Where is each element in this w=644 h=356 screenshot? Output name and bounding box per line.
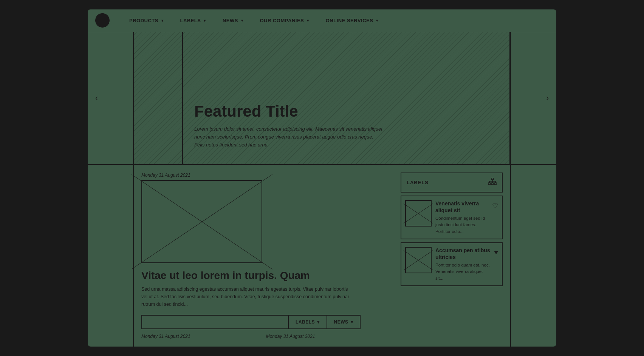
hero-content: Featured Title Lorem ipsum dolor sit ame… (194, 103, 498, 149)
article-title: Vitae ut leo lorem in turpis. Quam (141, 269, 393, 282)
article-image (141, 180, 262, 263)
nav-label-online-services: ONLINE SERVICES (326, 18, 373, 23)
nav-item-products[interactable]: PRODUCTS ▾ (121, 11, 172, 30)
hero-title: Featured Title (194, 103, 498, 120)
chevron-down-icon: ▾ (241, 18, 243, 23)
hero-inner: Featured Title Lorem ipsum dolor sit ame… (133, 32, 511, 164)
article-date-top: Monday 31 August 2021 (141, 173, 393, 178)
heart-button-1[interactable]: ♡ (492, 202, 498, 210)
nav-item-news[interactable]: NEWS ▾ (214, 11, 252, 30)
sidebar-title: LABELS (407, 180, 429, 185)
date-bottom-1: Monday 31 August 2021 (141, 334, 190, 339)
svg-rect-3 (494, 183, 497, 185)
chevron-down-icon: ▾ (161, 18, 164, 23)
sidebar-card-title-1: Venenatis viverra aliquet sit (435, 200, 488, 214)
sidebar-thumb-2 (405, 247, 432, 273)
nav-item-online-services[interactable]: ONLINE SERVICES ▾ (317, 11, 387, 30)
sidebar-card-body-2: Porttitor odio quam est, nec. Venenatis … (435, 262, 490, 282)
news-tag-label: NEWS (334, 319, 348, 325)
hero-hatched-left (134, 32, 183, 164)
dates-row: Monday 31 August 2021 Monday 31 August 2… (141, 334, 393, 339)
chevron-down-icon: ▾ (204, 18, 206, 23)
news-tag-button[interactable]: NEWS ▾ (327, 316, 360, 328)
sidebar-right: LABELS (401, 173, 503, 339)
article-body: Sed urna massa adipiscing egestas accums… (141, 285, 353, 308)
hierarchy-icon (488, 178, 497, 187)
sidebar-card-content-2: Accumsan pen atibus ultricies Porttitor … (435, 247, 490, 282)
chevron-down-icon: ▾ (376, 18, 378, 23)
nav-label-news: NEWS (223, 18, 238, 23)
hero-description: Lorem ipsum dolor sit amet, consectetur … (194, 125, 383, 149)
slider-next-button[interactable]: › (542, 89, 553, 107)
nav-label-products: PRODUCTS (129, 18, 158, 23)
navbar: PRODUCTS ▾ LABELS ▾ NEWS ▾ OUR COMPANIES… (88, 9, 556, 32)
nav-item-labels[interactable]: LABELS ▾ (172, 11, 214, 30)
article-tags: LABELS ▾ NEWS ▾ (141, 315, 361, 329)
chevron-down-icon: ▾ (307, 18, 309, 23)
chevron-down-icon: ▾ (351, 319, 353, 325)
sidebar-card-title-2: Accumsan pen atibus ultricies (435, 247, 490, 260)
chevron-down-icon: ▾ (317, 319, 320, 325)
nav-items: PRODUCTS ▾ LABELS ▾ NEWS ▾ OUR COMPANIES… (121, 11, 387, 30)
nav-logo[interactable] (95, 13, 110, 28)
date-bottom-2: Monday 31 August 2021 (266, 334, 315, 339)
hero-main: Featured Title Lorem ipsum dolor sit ame… (183, 32, 510, 164)
main-content: Monday 31 August 2021 Vitae ut leo lorem… (133, 165, 511, 347)
svg-rect-2 (491, 183, 494, 185)
svg-rect-1 (488, 183, 491, 185)
sidebar-card-1: Venenatis viverra aliquet sit Condimentu… (401, 196, 503, 239)
sidebar-header: LABELS (401, 173, 503, 193)
nav-label-labels: LABELS (180, 18, 201, 23)
slider-prev-button[interactable]: ‹ (91, 89, 102, 107)
svg-rect-0 (491, 178, 494, 180)
nav-item-our-companies[interactable]: OUR COMPANIES ▾ (251, 11, 317, 30)
sidebar-card-2: Accumsan pen atibus ultricies Porttitor … (401, 242, 503, 286)
article-left: Monday 31 August 2021 Vitae ut leo lorem… (141, 173, 393, 339)
sidebar-thumb-1 (405, 200, 432, 227)
hero-section: ‹ › Featured Title Lorem ipsum dolor sit… (88, 32, 556, 165)
sidebar-card-body-1: Condimentum eget sed id justo tincidunt … (435, 215, 488, 235)
heart-button-2[interactable]: ♥ (494, 248, 498, 256)
nav-label-our-companies: OUR COMPANIES (260, 18, 304, 23)
labels-tag-button[interactable]: LABELS ▾ (288, 316, 327, 328)
labels-tag-label: LABELS (296, 319, 315, 325)
browser-frame: PRODUCTS ▾ LABELS ▾ NEWS ▾ OUR COMPANIES… (88, 9, 556, 347)
sidebar-card-content-1: Venenatis viverra aliquet sit Condimentu… (435, 200, 488, 235)
